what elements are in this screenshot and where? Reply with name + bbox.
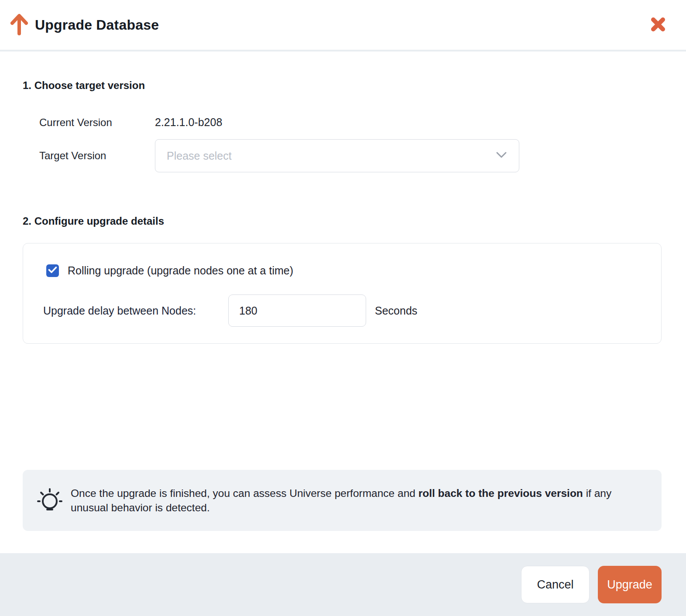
- upgrade-database-dialog: Upgrade Database 1. Choose target versio…: [0, 0, 686, 616]
- target-version-row: Target Version Please select: [23, 139, 662, 172]
- section-heading-choose-version: 1. Choose target version: [23, 79, 662, 92]
- note-text-before: Once the upgrade is finished, you can as…: [71, 487, 418, 499]
- upgrade-delay-row: Upgrade delay between Nodes: Seconds: [23, 294, 661, 327]
- upgrade-button[interactable]: Upgrade: [598, 566, 662, 603]
- dialog-body: 1. Choose target version Current Version…: [0, 79, 686, 531]
- rolling-upgrade-checkbox[interactable]: [46, 264, 59, 277]
- section-heading-configure: 2. Configure upgrade details: [23, 215, 662, 227]
- upgrade-delay-unit: Seconds: [375, 305, 417, 317]
- upgrade-delay-input[interactable]: [228, 294, 366, 327]
- dialog-header: Upgrade Database: [0, 0, 686, 51]
- close-icon: [649, 16, 667, 34]
- lightbulb-icon: [33, 484, 66, 517]
- rollback-note-text: Once the upgrade is finished, you can as…: [71, 486, 648, 515]
- target-version-label: Target Version: [39, 150, 155, 162]
- target-version-select[interactable]: Please select: [155, 139, 519, 172]
- current-version-row: Current Version 2.21.1.0-b208: [23, 116, 662, 129]
- dialog-title: Upgrade Database: [35, 17, 159, 33]
- rollback-info-note: Once the upgrade is finished, you can as…: [23, 470, 662, 531]
- current-version-value: 2.21.1.0-b208: [155, 116, 222, 129]
- cancel-button[interactable]: Cancel: [521, 566, 590, 603]
- dialog-footer: Cancel Upgrade: [0, 553, 686, 616]
- chevron-down-icon: [495, 151, 508, 161]
- rolling-upgrade-row: Rolling upgrade (upgrade nodes one at a …: [23, 264, 661, 277]
- note-text-bold: roll back to the previous version: [418, 487, 583, 499]
- upgrade-config-card: Rolling upgrade (upgrade nodes one at a …: [23, 243, 662, 344]
- upgrade-delay-label: Upgrade delay between Nodes:: [43, 305, 228, 317]
- close-button[interactable]: [648, 15, 668, 34]
- upgrade-arrow-icon: [10, 13, 29, 37]
- rolling-upgrade-label[interactable]: Rolling upgrade (upgrade nodes one at a …: [68, 264, 293, 277]
- current-version-label: Current Version: [39, 116, 155, 129]
- target-version-placeholder: Please select: [167, 150, 495, 162]
- checkmark-icon: [48, 266, 57, 275]
